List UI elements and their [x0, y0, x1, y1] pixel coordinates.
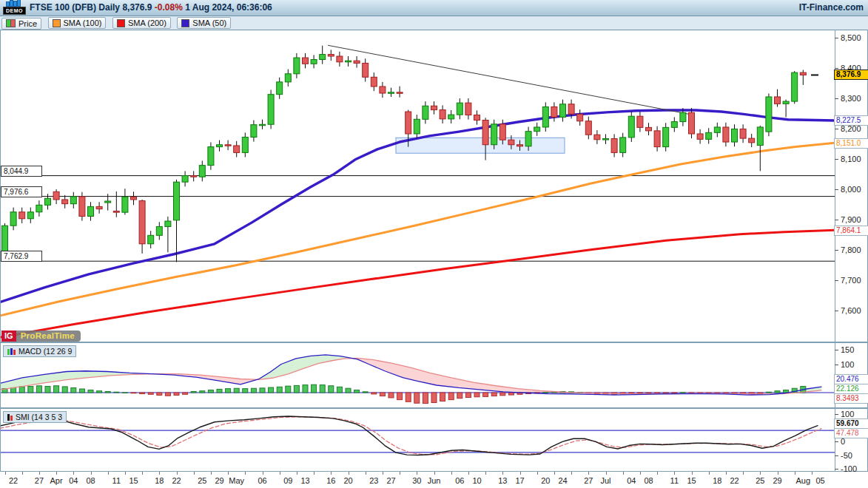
time-tick-label: 18 — [155, 476, 164, 485]
time-tick-label: 04 — [69, 476, 78, 485]
time-tick-dash — [640, 472, 641, 475]
time-tick-label: Jun — [428, 476, 441, 485]
smi-value-label: 47.478 — [834, 428, 868, 438]
time-tick-dash — [417, 472, 417, 475]
time-tick-label: 08 — [644, 476, 653, 485]
price-tick-label: 8,300 — [841, 94, 861, 103]
time-tick-label: 18 — [713, 476, 721, 485]
time-tick-dash — [554, 472, 555, 475]
time-tick-dash — [709, 472, 710, 475]
smi-indicator-label[interactable]: SMI (14 3 5 3 — [3, 411, 67, 423]
time-tick-label: 06 — [455, 476, 464, 485]
chart-canvas[interactable] — [0, 0, 868, 488]
time-tick-dash — [314, 472, 314, 475]
time-tick-label: Jul — [600, 476, 610, 485]
time-tick-dash — [812, 472, 813, 475]
macd-value-label: 8.3493 — [834, 393, 868, 404]
main-macd-divider[interactable] — [0, 342, 868, 343]
time-tick-label: 29 — [773, 476, 781, 485]
time-tick-dash — [451, 472, 452, 475]
price-tick-label: 7,600 — [841, 306, 861, 315]
time-tick-dash — [91, 472, 92, 475]
chart-window: { "header": { "instrument": "FTSE 100 (D… — [0, 0, 868, 488]
time-tick-dash — [726, 472, 727, 475]
level-label: 7,762.9 — [1, 251, 42, 262]
time-tick-dash — [400, 472, 400, 475]
macd-label-text: MACD (12 26 9 — [18, 347, 72, 356]
macd-tick-label: 100 — [841, 360, 854, 369]
time-tick-dash — [588, 472, 589, 475]
time-tick-dash — [674, 472, 675, 475]
time-tick-label: 11 — [670, 476, 679, 485]
time-tick-label: 20 — [541, 476, 550, 485]
time-tick-label: May — [229, 476, 244, 485]
time-tick-dash — [760, 472, 761, 475]
time-tick-dash — [280, 472, 280, 475]
price-tick-dash — [835, 159, 838, 160]
smi-tick-label: -50 — [841, 451, 852, 460]
time-tick-dash — [537, 472, 538, 475]
time-tick-label: 27 — [35, 476, 44, 485]
price-axis-border[interactable] — [835, 30, 835, 472]
time-tick-dash — [56, 472, 57, 475]
price-tick-label: 7,800 — [841, 245, 861, 254]
macd-indicator-label[interactable]: MACD (12 26 9 — [3, 345, 76, 357]
time-tick-label: Aug — [796, 476, 811, 485]
time-tick-label: 15 — [687, 476, 696, 485]
macd-tick-label: 150 — [841, 345, 854, 354]
time-tick-dash — [743, 472, 744, 475]
time-tick-label: 30 — [412, 476, 421, 485]
time-tick-label: 05 — [815, 476, 824, 485]
prorealtime-logo[interactable]: IG ProRealTime — [1, 331, 81, 342]
price-tick-dash — [835, 129, 838, 129]
price-tick-dash — [835, 220, 838, 220]
time-tick-label: 13 — [498, 476, 507, 485]
macd-tick-dash — [835, 365, 838, 365]
macd-value-label: 20.476 — [834, 374, 868, 384]
time-tick-label: 11 — [112, 476, 121, 485]
time-tick-dash — [73, 472, 74, 475]
time-tick-dash — [778, 472, 778, 475]
time-tick-label: Apr — [50, 476, 63, 485]
macd-tick-dash — [835, 350, 838, 350]
time-tick-dash — [383, 472, 383, 475]
time-tick-label: 09 — [283, 476, 292, 485]
time-tick-dash — [692, 472, 693, 475]
time-tick-dash — [297, 472, 297, 475]
time-tick-label: 13 — [300, 476, 309, 485]
time-tick-dash — [108, 472, 109, 475]
price-tick-label: 7,900 — [841, 215, 861, 224]
time-tick-label: 29 — [215, 476, 223, 485]
time-tick-label: 22 — [172, 476, 181, 485]
time-tick-dash — [520, 472, 521, 475]
smi-label-text: SMI (14 3 5 3 — [16, 413, 62, 421]
smi-tick-dash — [835, 441, 838, 442]
price-tick-label: 7,700 — [841, 276, 861, 285]
price-tick-dash — [835, 68, 838, 69]
macd-smi-divider[interactable] — [0, 407, 868, 409]
time-tick-dash — [194, 472, 195, 475]
time-tick-label: 27 — [386, 476, 395, 485]
time-tick-dash — [228, 472, 229, 475]
smi-tick-dash — [835, 455, 838, 456]
time-tick-label: 25 — [756, 476, 764, 485]
time-tick-label: 16 — [326, 476, 335, 485]
time-tick-label: 04 — [627, 476, 636, 485]
time-tick-dash — [5, 472, 6, 475]
time-tick-dash — [795, 472, 795, 475]
time-tick-label: 10 — [472, 476, 481, 485]
price-tick-dash — [835, 280, 838, 281]
time-tick-label: 06 — [258, 476, 266, 485]
time-tick-dash — [434, 472, 435, 475]
time-tick-label: 20 — [343, 476, 352, 485]
smi-tick-label: -100 — [841, 464, 857, 473]
time-tick-label: 24 — [558, 476, 567, 485]
macd-icon — [7, 348, 16, 355]
price-tick-dash — [835, 38, 838, 38]
time-tick-dash — [468, 472, 469, 475]
time-tick-dash — [22, 472, 23, 475]
time-tick-dash — [177, 472, 178, 475]
time-tick-dash — [245, 472, 246, 475]
time-tick-label: 17 — [515, 476, 524, 485]
price-tick-dash — [835, 189, 838, 190]
